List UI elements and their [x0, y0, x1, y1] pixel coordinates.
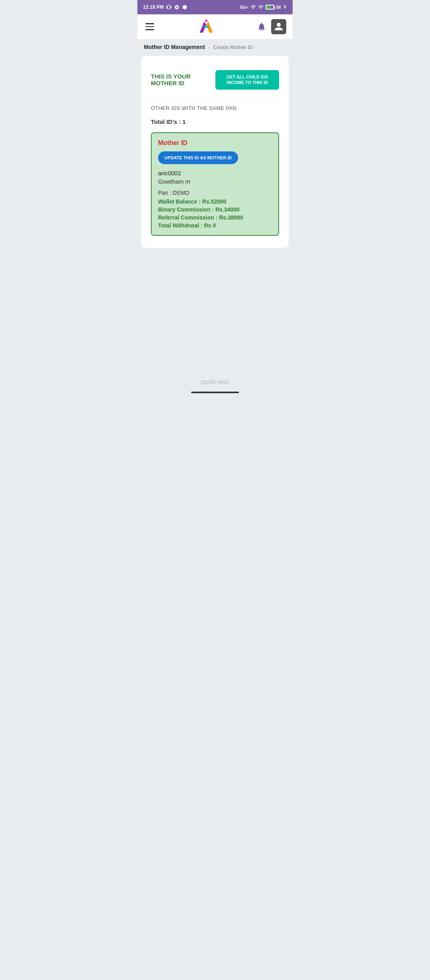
- mother-id-label: THIS IS YOUR MOTHER ID: [151, 73, 215, 86]
- total-ids: Total ID's : 1: [151, 118, 279, 125]
- hamburger-line-2: [145, 26, 154, 27]
- status-time-area: 12:18 PM: [143, 4, 188, 10]
- svg-rect-1: [203, 26, 209, 27]
- breadcrumb-separator: ›: [208, 44, 210, 50]
- wifi-icon: [258, 4, 264, 10]
- get-child-ids-button[interactable]: GET ALL CHILD IDS INCOME TO THIS ID: [215, 70, 279, 90]
- gear-icon: [182, 4, 188, 10]
- id-card: Mother ID UPDATE THIS ID AS MOTHER ID ar…: [151, 132, 279, 236]
- footer-copyright: 2023©: [201, 379, 216, 385]
- mother-id-section: THIS IS YOUR MOTHER ID GET ALL CHILD IDS…: [148, 64, 282, 98]
- bolt-icon: [283, 4, 287, 10]
- background-area: [137, 250, 293, 370]
- other-ids-section: OTHER IDS WITH THE SAME PAN Total ID's :…: [148, 98, 282, 240]
- svg-point-2: [205, 20, 208, 22]
- settings-icon: [174, 4, 180, 10]
- avatar[interactable]: [271, 19, 286, 34]
- battery-fill: [266, 6, 270, 9]
- id-wallet-balance: Wallet Balance : Rs.52000: [158, 198, 272, 205]
- battery-icon: [266, 5, 274, 10]
- status-bar: 12:18 PM 5G+ 56: [137, 0, 293, 14]
- home-indicator: [191, 392, 239, 393]
- id-card-title: Mother ID: [158, 139, 272, 147]
- footer: 2023© ARIC: [137, 370, 293, 400]
- navbar: [137, 14, 293, 39]
- hamburger-line-1: [145, 23, 154, 24]
- breadcrumb: Mother ID Management › Create Mother ID: [137, 39, 293, 53]
- hamburger-menu[interactable]: [144, 22, 156, 32]
- id-binary-commission: Binary Commission : Rs.34000: [158, 206, 272, 213]
- breadcrumb-sub: Create Mother ID: [213, 44, 253, 50]
- id-username: aric0002: [158, 170, 272, 176]
- hamburger-line-3: [145, 29, 154, 30]
- id-referral-commission: Referral Commission : Rs.38000: [158, 214, 272, 221]
- footer-appname: ARIC: [217, 379, 229, 385]
- network-label: 5G+: [240, 5, 248, 10]
- main-card: THIS IS YOUR MOTHER ID GET ALL CHILD IDS…: [141, 56, 289, 248]
- id-fullname: Gowtham m: [158, 178, 272, 185]
- app-logo: [196, 17, 216, 37]
- status-indicators: 5G+ 56: [240, 4, 287, 10]
- signal-icon: [250, 4, 256, 10]
- other-ids-title: OTHER IDS WITH THE SAME PAN: [151, 105, 279, 111]
- nav-icons: [257, 19, 286, 34]
- battery-level: 56: [276, 5, 281, 10]
- notification-bell-icon[interactable]: [257, 22, 266, 31]
- status-time: 12:18 PM: [143, 4, 164, 10]
- id-pan: Pan : DEMO: [158, 190, 272, 196]
- id-total-withdrawal: Total Withdrwal : Rs 0: [158, 222, 272, 229]
- update-mother-id-button[interactable]: UPDATE THIS ID AS MOTHER ID: [158, 151, 238, 164]
- logo-container: [196, 17, 216, 37]
- breadcrumb-current: Mother ID Management: [144, 44, 205, 50]
- vibrate-icon: [166, 4, 172, 10]
